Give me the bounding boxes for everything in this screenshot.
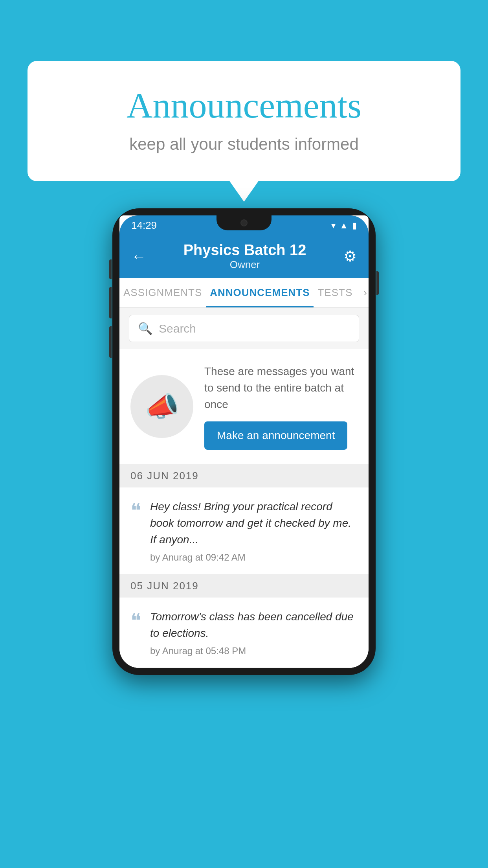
power-button [376,271,379,295]
status-time: 14:29 [131,219,157,232]
app-header: ← Physics Batch 12 Owner ⚙ [119,234,369,278]
settings-icon[interactable]: ⚙ [343,248,357,265]
quote-icon-2: ❝ [130,611,141,631]
speech-bubble-subtitle: keep all your students informed [59,135,429,154]
announcement-meta-1: by Anurag at 09:42 AM [150,552,358,563]
header-center: Physics Batch 12 Owner [183,242,306,271]
announcement-content-2: Tomorrow's class has been cancelled due … [150,609,358,657]
date-separator-2: 05 JUN 2019 [119,574,369,598]
prompt-content: These are messages you want to send to t… [204,363,358,450]
search-placeholder: Search [159,322,196,335]
tab-announcements[interactable]: ANNOUNCEMENTS [206,278,314,307]
header-title: Physics Batch 12 [183,242,306,259]
announcement-text-2: Tomorrow's class has been cancelled due … [150,609,358,642]
announcement-text-1: Hey class! Bring your practical record b… [150,498,358,548]
announcement-item-2[interactable]: ❝ Tomorrow's class has been cancelled du… [119,598,369,668]
search-bar-container: 🔍 Search [119,308,369,349]
battery-icon: ▮ [352,221,357,231]
phone-screen: 14:29 ▾ ▲ ▮ ← Physics Batch 12 Owner ⚙ [119,215,369,668]
phone-notch [216,215,272,230]
announcement-meta-2: by Anurag at 05:48 PM [150,645,358,657]
volume-down-button [109,326,112,358]
status-icons: ▾ ▲ ▮ [331,221,357,231]
tab-tests[interactable]: TESTS [314,278,356,307]
wifi-icon: ▾ [331,221,336,231]
tab-assignments[interactable]: ASSIGNMENTS [119,278,206,307]
back-button[interactable]: ← [131,248,146,265]
volume-up-button [109,287,112,318]
announcement-item-1[interactable]: ❝ Hey class! Bring your practical record… [119,487,369,574]
search-icon: 🔍 [138,322,152,335]
tab-more[interactable]: › [356,278,369,307]
front-camera [240,219,248,226]
speech-bubble: Announcements keep all your students inf… [28,61,460,181]
speech-bubble-container: Announcements keep all your students inf… [28,61,460,181]
announcement-prompt: 📣 These are messages you want to send to… [119,349,369,464]
mute-button [109,259,112,279]
quote-icon-1: ❝ [130,501,141,521]
signal-icon: ▲ [339,221,348,231]
speech-bubble-title: Announcements [59,85,429,126]
phone-wrapper: 14:29 ▾ ▲ ▮ ← Physics Batch 12 Owner ⚙ [112,208,376,675]
tabs-container: ASSIGNMENTS ANNOUNCEMENTS TESTS › [119,278,369,308]
phone-outer: 14:29 ▾ ▲ ▮ ← Physics Batch 12 Owner ⚙ [112,208,376,675]
prompt-text: These are messages you want to send to t… [204,363,358,413]
announcement-content-1: Hey class! Bring your practical record b… [150,498,358,563]
megaphone-icon: 📣 [145,390,179,423]
search-input-wrapper[interactable]: 🔍 Search [129,315,359,342]
date-separator-1: 06 JUN 2019 [119,464,369,487]
megaphone-circle: 📣 [130,375,193,438]
make-announcement-button[interactable]: Make an announcement [204,421,347,450]
header-subtitle: Owner [183,259,306,271]
